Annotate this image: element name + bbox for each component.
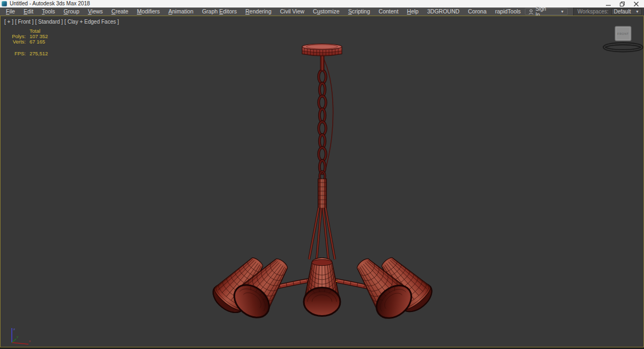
- stats-verts-value: 67 165: [30, 39, 45, 45]
- chevron-down-icon: ▼: [560, 10, 564, 13]
- menu-item-tools[interactable]: Tools: [38, 8, 60, 16]
- workspaces-dropdown[interactable]: Default ▼: [611, 9, 642, 15]
- restore-button[interactable]: [615, 0, 629, 8]
- viewport-front[interactable]: [ + ][ Front ][ Standard ][ Clay + Edged…: [0, 16, 644, 347]
- workspaces-section: Workspaces: Default ▼: [573, 8, 644, 16]
- viewport-renderer-menu[interactable]: [ Standard ]: [35, 19, 63, 25]
- workspaces-value: Default: [614, 9, 631, 14]
- z-axis-label: z: [13, 328, 15, 331]
- menu-item-edit[interactable]: Edit: [19, 8, 38, 16]
- menu-item-file[interactable]: File: [2, 8, 19, 16]
- viewcube-front-label: FRONT: [617, 32, 629, 35]
- menu-item-views[interactable]: Views: [84, 8, 107, 16]
- y-axis-label: y: [17, 335, 18, 338]
- x-axis: [12, 343, 28, 344]
- 3dsmax-window: Untitled - Autodesk 3ds Max 2018 FileEdi…: [0, 0, 644, 349]
- menu-bar: FileEditToolsGroupViewsCreateModifiersAn…: [0, 8, 644, 16]
- menu-item-modifiers[interactable]: Modifiers: [133, 8, 164, 16]
- menu-item-create[interactable]: Create: [107, 8, 133, 16]
- menu-item-3dground[interactable]: 3DGROUND: [423, 8, 464, 16]
- window-title: Untitled - Autodesk 3ds Max 2018: [10, 0, 90, 8]
- menu-item-rapidtools[interactable]: rapidTools: [491, 8, 525, 16]
- stats-fps-value: 275,512: [30, 51, 48, 56]
- menu-item-civil-view[interactable]: Civil View: [276, 8, 309, 16]
- menu-item-content[interactable]: Content: [375, 8, 403, 16]
- close-button[interactable]: [629, 0, 643, 8]
- restore-icon: [620, 2, 625, 6]
- menu-items: FileEditToolsGroupViewsCreateModifiersAn…: [0, 8, 525, 16]
- menu-item-scripting[interactable]: Scripting: [344, 8, 375, 16]
- 3dsmax-app-icon[interactable]: [2, 1, 7, 6]
- minimize-button[interactable]: [601, 0, 615, 8]
- sign-in-button[interactable]: Sign In ▼: [525, 8, 568, 15]
- menu-item-group[interactable]: Group: [60, 8, 84, 16]
- chandelier-model[interactable]: [1, 16, 643, 347]
- minimize-icon: [606, 2, 611, 6]
- viewport-shading-menu[interactable]: [ Clay + Edged Faces ]: [64, 19, 119, 25]
- world-axis-gizmo: z x y: [4, 324, 32, 346]
- x-axis-label: x: [29, 339, 31, 343]
- viewport-pov-menu[interactable]: [ Front ]: [15, 19, 33, 25]
- stats-verts-label: Verts:: [5, 39, 30, 45]
- y-axis: [12, 339, 16, 343]
- close-icon: [634, 2, 639, 6]
- menu-item-help[interactable]: Help: [402, 8, 423, 16]
- menu-item-rendering[interactable]: Rendering: [241, 8, 275, 16]
- menu-item-animation[interactable]: Animation: [164, 8, 198, 16]
- viewport-label: [ + ][ Front ][ Standard ][ Clay + Edged…: [4, 19, 121, 25]
- chevron-down-icon: ▼: [635, 10, 639, 13]
- menu-item-customize[interactable]: Customize: [309, 8, 344, 16]
- user-icon: [529, 9, 533, 14]
- viewport-general-menu[interactable]: [ + ]: [4, 19, 13, 25]
- viewcube[interactable]: FRONT: [592, 24, 643, 59]
- statistics-overlay: Total Polys:107 352 Verts:67 165 FPS:275…: [5, 28, 48, 56]
- menu-item-corona[interactable]: Corona: [464, 8, 491, 16]
- menu-item-graph-editors[interactable]: Graph Editors: [197, 8, 241, 16]
- stats-fps-label: FPS:: [5, 51, 30, 56]
- workspaces-label: Workspaces:: [577, 9, 609, 14]
